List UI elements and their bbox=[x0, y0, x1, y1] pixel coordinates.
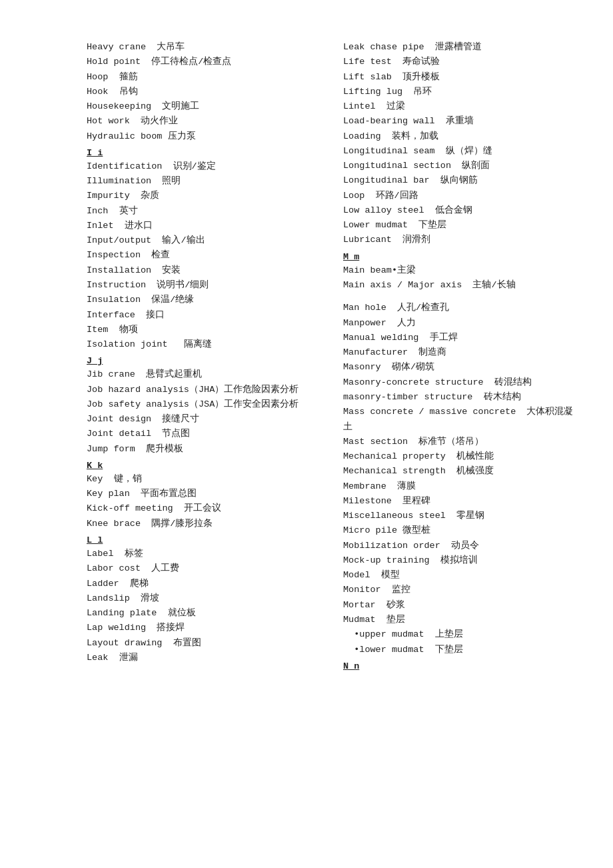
glossary-entry: Mobilization order 动员令 bbox=[343, 539, 580, 553]
section-header: L l bbox=[87, 535, 323, 545]
glossary-entry: Hook 吊钩 bbox=[87, 85, 323, 99]
glossary-entry: Landslip 滑坡 bbox=[87, 591, 323, 606]
section-header: N n bbox=[343, 661, 580, 671]
glossary-entry: Job safety analysis（JSA）工作安全因素分析 bbox=[87, 397, 323, 412]
glossary-entry: Heavy crane 大吊车 bbox=[87, 40, 323, 55]
glossary-entry: •lower mudmat 下垫层 bbox=[343, 643, 580, 657]
glossary-entry: Longitudinal section 纵剖面 bbox=[343, 159, 580, 173]
glossary-entry: Main beam•主梁 bbox=[343, 263, 580, 278]
glossary-entry: Hoop 箍筋 bbox=[87, 70, 323, 85]
glossary-entry: Mortar 砂浆 bbox=[343, 598, 580, 613]
glossary-entry: Mechanical property 机械性能 bbox=[343, 449, 580, 464]
glossary-entry: masonry-timber structure 砖木结构 bbox=[343, 390, 580, 405]
glossary-entry: Housekeeping 文明施工 bbox=[87, 99, 323, 114]
glossary-entry: Landing plate 就位板 bbox=[87, 606, 323, 621]
glossary-entry: Key plan 平面布置总图 bbox=[87, 487, 323, 501]
glossary-entry: Jib crane 悬臂式起重机 bbox=[87, 367, 323, 382]
glossary-entry: Lubricant 润滑剂 bbox=[343, 233, 580, 247]
glossary-entry: Labor cost 人工费 bbox=[87, 561, 323, 576]
glossary-entry: Layout drawing 布置图 bbox=[87, 636, 323, 651]
glossary-entry: •upper mudmat 上垫层 bbox=[343, 627, 580, 642]
glossary-entry: Interface 接口 bbox=[87, 308, 323, 323]
glossary-entry: Knee brace 隅撑/膝形拉条 bbox=[87, 517, 323, 531]
glossary-entry: Hold point 停工待检点/检查点 bbox=[87, 55, 323, 69]
glossary-entry: Hot work 动火作业 bbox=[87, 114, 323, 129]
glossary-entry: Masonry-concrete structure 砖混结构 bbox=[343, 375, 580, 390]
section-header: M m bbox=[343, 252, 580, 262]
section-header: J j bbox=[87, 356, 323, 366]
glossary-entry: Manpower 人力 bbox=[343, 316, 580, 331]
glossary-entry: Lift slab 顶升楼板 bbox=[343, 70, 580, 85]
glossary-entry: Miscellaneous steel 零星钢 bbox=[343, 509, 580, 523]
glossary-entry: Lintel 过梁 bbox=[343, 99, 580, 114]
glossary-entry: Model 模型 bbox=[343, 568, 580, 583]
glossary-entry: Label 标签 bbox=[87, 547, 323, 561]
glossary-entry: Manual welding 手工焊 bbox=[343, 331, 580, 345]
glossary-entry: Leak 泄漏 bbox=[87, 651, 323, 665]
glossary-entry: Installation 安装 bbox=[87, 263, 323, 278]
section-header: K k bbox=[87, 461, 323, 471]
glossary-entry: Isolation joint 隔离缝 bbox=[87, 337, 323, 352]
glossary-entry: Input/output 输入/输出 bbox=[87, 233, 323, 248]
glossary-entry: Milestone 里程碑 bbox=[343, 494, 580, 509]
glossary-entry: Instruction 说明书/细则 bbox=[87, 278, 323, 293]
glossary-entry: Micro pile 微型桩 bbox=[343, 523, 580, 538]
glossary-entry: Loading 装料，加载 bbox=[343, 129, 580, 144]
glossary-entry: Kick-off meeting 开工会议 bbox=[87, 501, 323, 516]
glossary-entry: Mechanical strength 机械强度 bbox=[343, 464, 580, 479]
section-header: I i bbox=[87, 148, 323, 158]
glossary-entry: Identification 识别/鉴定 bbox=[87, 159, 323, 174]
glossary-entry: Inlet 进水口 bbox=[87, 219, 323, 233]
glossary-entry: Low alloy steel 低合金钢 bbox=[343, 203, 580, 218]
glossary-entry: Lap welding 搭接焊 bbox=[87, 621, 323, 635]
glossary-entry: Manufacturer 制造商 bbox=[343, 345, 580, 360]
glossary-entry: Key 键，销 bbox=[87, 472, 323, 487]
glossary-entry: Mast section 标准节（塔吊） bbox=[343, 435, 580, 449]
main-content: Heavy crane 大吊车Hold point 停工待检点/检查点Hoop … bbox=[87, 40, 580, 673]
glossary-entry: Joint detail 节点图 bbox=[87, 427, 323, 441]
glossary-entry: Lifting lug 吊环 bbox=[343, 85, 580, 99]
glossary-entry: Impurity 杂质 bbox=[87, 189, 323, 203]
left-column: Heavy crane 大吊车Hold point 停工待检点/检查点Hoop … bbox=[87, 40, 323, 673]
glossary-entry: Job hazard analysis（JHA）工作危险因素分析 bbox=[87, 383, 323, 397]
glossary-entry: Monitor 监控 bbox=[343, 583, 580, 597]
glossary-entry: Longitudinal seam 纵（焊）缝 bbox=[343, 144, 580, 159]
glossary-entry: Load-bearing wall 承重墙 bbox=[343, 114, 580, 129]
glossary-entry: Mass concrete / massive concrete 大体积混凝土 bbox=[343, 405, 580, 435]
glossary-entry: Longitudinal bar 纵向钢筋 bbox=[343, 173, 580, 188]
glossary-entry: Man hole 人孔/检查孔 bbox=[343, 301, 580, 315]
glossary-entry: Mock-up training 模拟培训 bbox=[343, 553, 580, 568]
glossary-entry: Inspection 检查 bbox=[87, 248, 323, 263]
glossary-entry: Illumination 照明 bbox=[87, 174, 323, 189]
glossary-entry: Leak chase pipe 泄露槽管道 bbox=[343, 40, 580, 55]
glossary-entry: Inch 英寸 bbox=[87, 204, 323, 219]
glossary-entry: Lower mudmat 下垫层 bbox=[343, 218, 580, 233]
glossary-entry: Life test 寿命试验 bbox=[343, 55, 580, 69]
glossary-entry: Insulation 保温/绝缘 bbox=[87, 293, 323, 307]
glossary-entry: Item 物项 bbox=[87, 323, 323, 337]
glossary-entry: Mudmat 垫层 bbox=[343, 613, 580, 627]
glossary-entry: Membrane 薄膜 bbox=[343, 479, 580, 494]
glossary-entry: Loop 环路/回路 bbox=[343, 189, 580, 203]
glossary-entry: Hydraulic boom 压力泵 bbox=[87, 129, 323, 144]
glossary-entry: Jump form 爬升模板 bbox=[87, 442, 323, 457]
glossary-entry: Main axis / Major axis 主轴/长轴 bbox=[343, 278, 580, 293]
glossary-entry: Joint design 接缝尺寸 bbox=[87, 412, 323, 427]
glossary-entry: Ladder 爬梯 bbox=[87, 577, 323, 591]
glossary-entry: Masonry 砌体/砌筑 bbox=[343, 360, 580, 375]
right-column: Leak chase pipe 泄露槽管道Life test 寿命试验Lift … bbox=[343, 40, 580, 673]
blank-spacer bbox=[343, 293, 580, 301]
